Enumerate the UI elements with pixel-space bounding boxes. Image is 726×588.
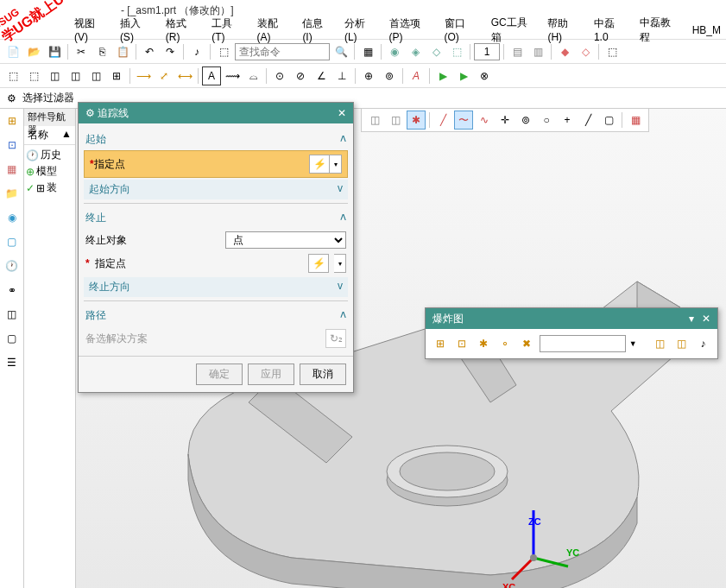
point-picker-dropdown[interactable]: ▾ xyxy=(334,254,346,273)
cube3-icon[interactable]: ◇ xyxy=(426,42,445,61)
t2-5-icon[interactable]: ◫ xyxy=(86,66,105,85)
constraint4-icon[interactable]: ⊥ xyxy=(332,66,351,85)
rail-history-icon[interactable]: ⊡ xyxy=(3,136,21,154)
rail-layer-icon[interactable]: ▦ xyxy=(3,161,21,178)
dialog-close-icon[interactable]: ✕ xyxy=(338,107,346,119)
tree-history[interactable]: 🕐历史 xyxy=(26,147,73,163)
menu-format[interactable]: 格式(R) xyxy=(161,15,204,45)
close-icon[interactable]: ✕ xyxy=(702,313,710,325)
explode-input[interactable] xyxy=(540,335,626,352)
paste-icon[interactable]: 📋 xyxy=(113,42,132,61)
dim1-icon[interactable]: ⟶ xyxy=(134,66,153,85)
explode-dialog-title-bar[interactable]: 爆炸图 ▾ ✕ xyxy=(426,308,717,329)
grid-icon[interactable]: ▦ xyxy=(358,42,377,61)
dim3-icon[interactable]: ⟷ xyxy=(175,66,194,85)
constraint3-icon[interactable]: ∠ xyxy=(312,66,331,85)
copy-icon[interactable]: ⎘ xyxy=(92,42,111,61)
rail-list-icon[interactable]: ☰ xyxy=(3,354,21,371)
exp-3-icon[interactable]: ✱ xyxy=(474,334,492,353)
layer-icon[interactable]: ▤ xyxy=(508,42,527,61)
dialog-title-bar[interactable]: ⚙ 追踪线 ✕ xyxy=(79,103,353,123)
constraint2-icon[interactable]: ⊘ xyxy=(291,66,310,85)
section-end[interactable]: 终止ʌ xyxy=(84,207,348,229)
rail-folder-icon[interactable]: 📁 xyxy=(3,185,21,202)
menu-tools[interactable]: 工具(T) xyxy=(206,15,248,45)
start-direction-header[interactable]: 起始方向v xyxy=(84,180,348,199)
end-object-select[interactable]: 点 xyxy=(225,231,346,249)
rail-window-icon[interactable]: ◫ xyxy=(3,306,21,323)
render2-icon[interactable]: ◇ xyxy=(576,42,595,61)
tri2-icon[interactable]: ▶ xyxy=(454,66,473,85)
cursor-icon[interactable]: ⬚ xyxy=(214,42,233,61)
exp-1-icon[interactable]: ⊞ xyxy=(431,334,449,353)
exp-7-icon[interactable]: ◫ xyxy=(672,334,691,353)
undo-icon[interactable]: ↶ xyxy=(140,42,159,61)
redo-icon[interactable]: ↷ xyxy=(161,42,180,61)
cut-icon[interactable]: ✂ xyxy=(72,42,91,61)
number-input[interactable] xyxy=(474,43,500,60)
tree-model[interactable]: ⊕模型 xyxy=(26,163,73,180)
rail-link-icon[interactable]: ⚭ xyxy=(3,281,21,299)
point-picker-icon[interactable]: ⚡ xyxy=(308,254,329,273)
rail-clock-icon[interactable]: 🕐 xyxy=(3,257,21,275)
section-path[interactable]: 路径ʌ xyxy=(84,305,348,326)
dim2-icon[interactable]: ⤢ xyxy=(155,66,174,85)
cube2-icon[interactable]: ◈ xyxy=(406,42,425,61)
menu-help[interactable]: 帮助(H) xyxy=(542,15,585,45)
menu-zhonglei-tut[interactable]: 中磊教程 xyxy=(634,14,683,47)
open-icon[interactable]: 📂 xyxy=(24,42,43,61)
end-direction-header[interactable]: 终止方向v xyxy=(84,277,348,297)
menu-window[interactable]: 窗口(O) xyxy=(439,15,483,45)
menu-assembly[interactable]: 装配(A) xyxy=(252,15,294,45)
search-input[interactable] xyxy=(235,43,330,60)
nav-column-name[interactable]: 名称 ▲ xyxy=(24,126,75,145)
exp-8-icon[interactable]: ♪ xyxy=(694,334,712,353)
start-point-row[interactable]: * 指定点 ⚡▾ xyxy=(84,150,348,178)
t2-6-icon[interactable]: ⊞ xyxy=(107,66,126,85)
search-icon[interactable]: 🔍 xyxy=(331,42,350,61)
rail-box-icon[interactable]: ▢ xyxy=(3,330,21,347)
t2-1-icon[interactable]: ⬚ xyxy=(3,66,22,85)
t2-3-icon[interactable]: ◫ xyxy=(45,66,64,85)
text-icon[interactable]: A xyxy=(202,66,221,85)
point-picker-icon[interactable]: ⚡ xyxy=(309,155,330,174)
exp-4-icon[interactable]: ⚬ xyxy=(496,334,515,353)
layer2-icon[interactable]: ▥ xyxy=(528,42,547,61)
exp-5-icon[interactable]: ✖ xyxy=(518,334,536,353)
menu-insert[interactable]: 插入(S) xyxy=(115,15,157,45)
minimize-icon[interactable]: ▾ xyxy=(689,313,694,325)
target-icon[interactable]: ⊕ xyxy=(359,66,378,85)
rail-doc-icon[interactable]: ▢ xyxy=(3,233,21,250)
t2-4-icon[interactable]: ◫ xyxy=(66,66,85,85)
rail-signal-icon[interactable]: ◉ xyxy=(3,209,21,226)
cir-icon[interactable]: ⊚ xyxy=(380,66,399,85)
t2-2-icon[interactable]: ⬚ xyxy=(24,66,43,85)
tool-x-icon[interactable]: ⊗ xyxy=(475,66,494,85)
new-icon[interactable]: 📄 xyxy=(3,42,22,61)
exp-2-icon[interactable]: ⊡ xyxy=(452,334,470,353)
rail-nav-icon[interactable]: ⊞ xyxy=(3,112,21,130)
render1-icon[interactable]: ◆ xyxy=(555,42,574,61)
tree-assembly[interactable]: ✓⊞装 xyxy=(26,180,73,196)
tri1-icon[interactable]: ▶ xyxy=(433,66,452,85)
point-picker-dropdown[interactable]: ▾ xyxy=(330,155,342,174)
menu-zhonglei1[interactable]: 中磊1.0 xyxy=(589,15,632,45)
menu-preferences[interactable]: 首选项(P) xyxy=(384,15,436,45)
menu-info[interactable]: 信息(I) xyxy=(297,15,336,45)
curve2-icon[interactable]: ⌓ xyxy=(243,66,262,85)
section-start[interactable]: 起始ʌ xyxy=(84,129,348,150)
constraint1-icon[interactable]: ⊙ xyxy=(270,66,289,85)
menu-hbm[interactable]: HB_M xyxy=(687,22,726,38)
menu-view[interactable]: 视图(V) xyxy=(69,15,111,45)
menu-analysis[interactable]: 分析(L) xyxy=(339,15,381,45)
exp-6-icon[interactable]: ◫ xyxy=(650,334,668,353)
anno-icon[interactable]: A xyxy=(407,66,426,85)
curve1-icon[interactable]: ⟿ xyxy=(223,66,242,85)
misc-icon[interactable]: ⬚ xyxy=(603,42,622,61)
note-icon[interactable]: ♪ xyxy=(187,42,206,61)
save-icon[interactable]: 💾 xyxy=(45,42,64,61)
cancel-button[interactable]: 取消 xyxy=(300,364,346,385)
filter-gear-icon[interactable]: ⚙ xyxy=(2,89,21,108)
cube1-icon[interactable]: ◉ xyxy=(385,42,404,61)
wireframe-icon[interactable]: ⬚ xyxy=(447,42,466,61)
